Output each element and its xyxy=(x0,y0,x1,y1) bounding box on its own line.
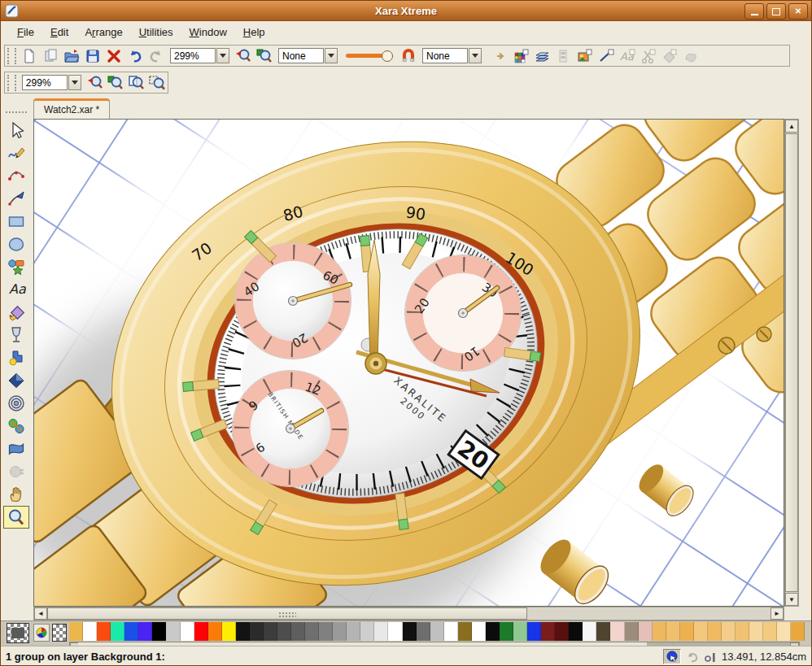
effects-gallery-icon[interactable] xyxy=(681,47,701,65)
palette-swatch[interactable] xyxy=(360,622,374,641)
horizontal-scroll-thumb[interactable] xyxy=(47,607,527,620)
zoom-level-value[interactable]: 299% xyxy=(170,48,216,63)
palette-swatch[interactable] xyxy=(541,622,555,641)
delete-icon[interactable] xyxy=(104,47,124,65)
palette-swatch[interactable] xyxy=(347,622,360,641)
palette-swatch[interactable] xyxy=(403,622,417,641)
live-effects-tool[interactable] xyxy=(3,460,29,483)
toolbar-grip[interactable] xyxy=(7,48,16,64)
palette-swatch[interactable] xyxy=(83,622,97,641)
palette-swatch[interactable] xyxy=(417,622,430,641)
palette-swatch[interactable] xyxy=(722,622,736,641)
zoom-rectangle-icon[interactable] xyxy=(147,74,167,92)
palette-swatch[interactable] xyxy=(444,622,458,641)
fill-style-dropdown-button[interactable] xyxy=(325,48,338,63)
zoom-toolbar-grip[interactable] xyxy=(7,75,16,91)
shadow-tool[interactable] xyxy=(3,346,29,369)
palette-swatch[interactable] xyxy=(666,622,680,641)
palette-swatch[interactable] xyxy=(97,622,111,641)
palette-swatch[interactable] xyxy=(250,622,264,641)
previous-zoom-icon[interactable] xyxy=(85,74,105,92)
open-icon[interactable] xyxy=(62,47,81,65)
palette-swatch[interactable] xyxy=(458,622,472,641)
line-gallery-icon[interactable] xyxy=(596,47,616,65)
palette-swatch[interactable] xyxy=(749,622,763,641)
previous-zoom-icon[interactable] xyxy=(234,47,253,65)
line-style-combo[interactable]: None xyxy=(422,48,482,63)
menu-arrange[interactable]: Arrange xyxy=(76,23,130,41)
zoom-level-dropdown-button[interactable] xyxy=(216,48,229,63)
palette-swatch[interactable] xyxy=(583,622,596,641)
palette-swatch[interactable] xyxy=(319,622,333,641)
bevel-tool[interactable] xyxy=(3,369,29,392)
toolbox-grip[interactable] xyxy=(6,111,27,117)
palette-swatch[interactable] xyxy=(430,622,444,641)
zoom-to-drawing-icon[interactable] xyxy=(255,47,274,65)
canvas-artwork[interactable]: 70 80 90 100 40 60 20 xyxy=(33,119,784,607)
palette-swatch[interactable] xyxy=(791,622,805,641)
zoom-combo[interactable]: 299% xyxy=(22,75,81,90)
palette-swatch[interactable] xyxy=(610,622,624,641)
transparency-tool[interactable] xyxy=(3,324,29,346)
horizontal-scrollbar[interactable]: ◄ ► xyxy=(33,607,784,620)
line-style-value[interactable]: None xyxy=(422,48,468,63)
undo-icon[interactable] xyxy=(125,47,145,65)
new-document-icon[interactable] xyxy=(20,47,39,65)
title-bar[interactable]: Xara Xtreme ✕ xyxy=(1,1,811,21)
blend-tool[interactable] xyxy=(3,415,29,437)
palette-swatch[interactable] xyxy=(500,622,513,641)
scroll-left-button[interactable]: ◄ xyxy=(34,607,47,620)
palette-swatch[interactable] xyxy=(680,622,694,641)
freehand-tool[interactable] xyxy=(3,141,29,164)
save-icon[interactable] xyxy=(83,47,103,65)
palette-swatch[interactable] xyxy=(736,622,749,641)
palette-swatch[interactable] xyxy=(222,622,236,641)
redo-icon[interactable] xyxy=(146,47,166,65)
palette-swatch[interactable] xyxy=(124,622,138,641)
color-editor-button[interactable] xyxy=(33,624,50,642)
palette-swatch[interactable] xyxy=(236,622,250,641)
shape-editor-tool[interactable] xyxy=(3,164,29,187)
snap-magnet-icon[interactable] xyxy=(399,47,418,65)
palette-swatch[interactable] xyxy=(333,622,347,641)
palette-swatch[interactable] xyxy=(194,622,208,641)
zoom-combo-dropdown-button[interactable] xyxy=(68,75,81,90)
mould-tool[interactable] xyxy=(3,437,29,460)
menu-utilities[interactable]: Utilities xyxy=(131,23,181,41)
vertical-scroll-thumb[interactable] xyxy=(785,133,798,592)
pen-tool[interactable] xyxy=(3,187,29,210)
clipart-gallery-icon[interactable] xyxy=(639,47,658,65)
zoom-level-combo[interactable]: 299% xyxy=(170,48,229,63)
zoom-tool[interactable] xyxy=(3,506,29,529)
line-style-dropdown-button[interactable] xyxy=(469,48,482,63)
palette-swatch[interactable] xyxy=(111,622,124,641)
layer-gallery-icon[interactable] xyxy=(533,47,552,65)
zoom-combo-value[interactable]: 299% xyxy=(22,75,68,90)
text-tool[interactable]: Aa xyxy=(3,278,29,301)
palette-swatch[interactable] xyxy=(569,622,583,641)
palette-swatch[interactable] xyxy=(527,622,541,641)
zoom-to-drawing-icon[interactable] xyxy=(106,74,125,92)
palette-swatch[interactable] xyxy=(305,622,319,641)
line-width-slider[interactable] xyxy=(346,50,393,62)
fill-gallery-icon[interactable] xyxy=(660,47,679,65)
maximize-button[interactable] xyxy=(766,3,786,20)
palette-swatch[interactable] xyxy=(596,622,610,641)
palette-swatch[interactable] xyxy=(166,622,180,641)
menu-help[interactable]: Help xyxy=(235,23,273,41)
font-gallery-icon[interactable]: Aa xyxy=(618,47,637,65)
bitmap-gallery-icon[interactable] xyxy=(575,47,595,65)
palette-swatch[interactable] xyxy=(181,622,194,641)
menu-window[interactable]: Window xyxy=(181,23,235,41)
palette-swatch[interactable] xyxy=(374,622,388,641)
frame-gallery-icon[interactable] xyxy=(554,47,574,65)
palette-swatch[interactable] xyxy=(639,622,653,641)
transparent-swatch[interactable] xyxy=(52,624,67,642)
palette-swatch[interactable] xyxy=(472,622,486,641)
palette-swatch[interactable] xyxy=(486,622,500,641)
palette-swatch[interactable] xyxy=(138,622,152,641)
color-gallery-icon[interactable] xyxy=(512,47,531,65)
close-button[interactable]: ✕ xyxy=(788,3,808,20)
minimize-button[interactable] xyxy=(744,3,764,20)
rectangle-tool[interactable] xyxy=(3,210,29,233)
